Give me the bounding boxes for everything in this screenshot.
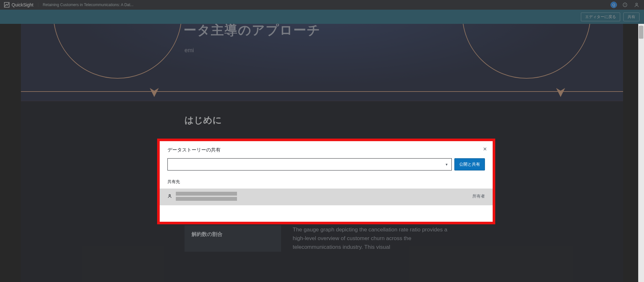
share-modal-highlight-frame: データストーリーの共有 × ▼ 公開と共有 共有先 所有者 (157, 139, 495, 224)
svg-point-4 (169, 194, 171, 196)
redacted-line (176, 197, 237, 201)
share-role: 所有者 (472, 193, 485, 199)
scrollbar-thumb[interactable] (639, 26, 643, 39)
chevron-down-icon[interactable]: ▼ (445, 163, 448, 166)
close-icon[interactable]: × (483, 146, 487, 152)
vertical-scrollbar[interactable]: ▲ (638, 24, 644, 282)
share-entry-row: 所有者 (160, 189, 493, 205)
redacted-user-info (176, 192, 237, 201)
share-modal: データストーリーの共有 × ▼ 公開と共有 共有先 所有者 (160, 141, 493, 222)
share-target-combo[interactable]: ▼ (167, 158, 452, 170)
modal-title: データストーリーの共有 (167, 147, 485, 153)
publish-share-button[interactable]: 公開と共有 (454, 158, 485, 170)
share-target-input[interactable] (171, 162, 448, 167)
person-icon (167, 194, 172, 199)
share-input-row: ▼ 公開と共有 (167, 158, 485, 170)
shared-with-label: 共有先 (167, 179, 485, 185)
redacted-line (176, 192, 237, 196)
